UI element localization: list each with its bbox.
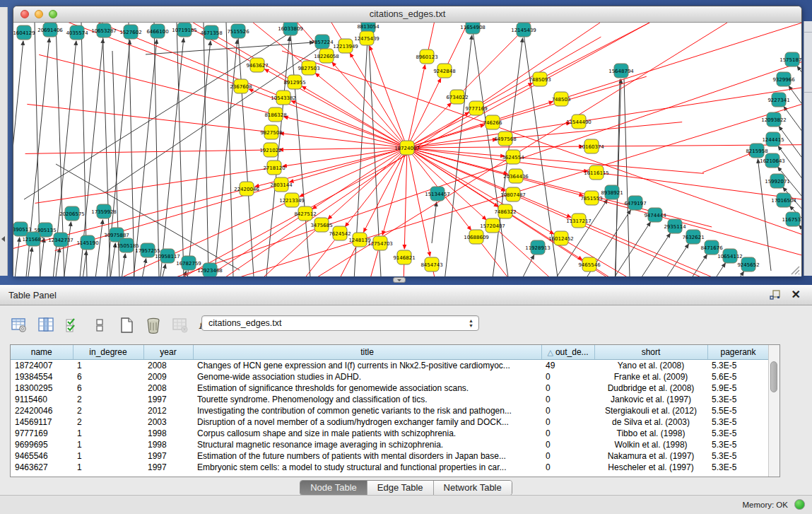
cell-name[interactable]: 9115460 (11, 394, 73, 405)
cell-out_degree[interactable]: 0 (541, 382, 594, 394)
cell-pagerank[interactable]: 5.3E-5 (707, 439, 769, 450)
cell-out_degree[interactable]: 0 (541, 371, 594, 382)
cell-title[interactable]: Corpus callosum shape and size in male p… (193, 428, 541, 439)
select-column-button[interactable] (37, 316, 55, 334)
column-header-out_degree[interactable]: △out_de... (541, 345, 594, 360)
close-panel-icon[interactable]: ✕ (792, 288, 801, 301)
table-scrollbar[interactable] (768, 345, 779, 477)
table-row[interactable]: 1456911722003Disruption of a novel membe… (11, 416, 769, 428)
table-settings-button[interactable] (10, 316, 28, 334)
table-row[interactable]: 2242004622012Investigating the contribut… (11, 405, 769, 416)
table-row[interactable]: 1830029562008Estimation of significance … (11, 382, 769, 394)
new-table-button[interactable] (117, 316, 136, 334)
table-selector-dropdown[interactable]: citations_edges.txt ▲▼ (201, 315, 479, 331)
table-row[interactable]: 1872400712008Changes of HCN gene express… (11, 360, 769, 372)
delete-rows-button[interactable] (144, 316, 163, 334)
cell-title[interactable]: Investigating the contribution of common… (193, 405, 541, 416)
cell-year[interactable]: 1997 (143, 394, 193, 405)
network-window-titlebar[interactable]: citations_edges.txt (13, 6, 801, 23)
table-row[interactable]: 977716911998Corpus callosum shape and si… (11, 428, 769, 439)
cell-in_degree[interactable]: 1 (73, 428, 143, 439)
cell-out_degree[interactable]: 0 (541, 394, 594, 405)
cell-title[interactable]: Genome-wide association studies in ADHD. (193, 371, 541, 382)
cell-name[interactable]: 22420046 (11, 405, 73, 416)
table-scrollbar-thumb[interactable] (770, 361, 777, 392)
cell-in_degree[interactable]: 2 (73, 394, 143, 405)
cell-name[interactable]: 14569117 (11, 416, 73, 428)
cell-pagerank[interactable]: 5.3E-5 (707, 428, 769, 439)
cell-name[interactable]: 9699695 (11, 439, 73, 450)
panel-collapse-handle-icon[interactable] (1, 236, 5, 242)
column-header-pagerank[interactable]: pagerank (707, 345, 769, 360)
column-header-name[interactable]: name (11, 345, 73, 360)
cell-short[interactable]: Dudbridge et al. (2008) (594, 382, 707, 394)
cell-year[interactable]: 2012 (143, 405, 193, 416)
cell-short[interactable]: Jankovic et al. (1997) (594, 394, 707, 405)
cell-in_degree[interactable]: 2 (73, 416, 143, 428)
cell-year[interactable]: 1997 (143, 450, 193, 462)
network-graph-canvas[interactable]: 1604129206914064035574106532871527602646… (13, 23, 801, 276)
cell-year[interactable]: 2008 (143, 382, 193, 394)
cell-pagerank[interactable]: 5.6E-5 (707, 371, 769, 382)
table-row[interactable]: 969969511998Structural magnetic resonanc… (11, 439, 769, 450)
cell-short[interactable]: Yano et al. (2008) (594, 360, 707, 372)
unselect-all-button[interactable] (90, 316, 109, 334)
cell-out_degree[interactable]: 0 (541, 439, 594, 450)
cell-out_degree[interactable]: 0 (541, 405, 594, 416)
cell-title[interactable]: Disruption of a novel member of a sodium… (193, 416, 541, 428)
table-row[interactable]: 1938455462009Genome-wide association stu… (11, 371, 769, 382)
cell-pagerank[interactable]: 5.3E-5 (707, 450, 769, 462)
cell-short[interactable]: Hescheler et al. (1997) (594, 462, 707, 473)
cell-name[interactable]: 9463627 (11, 462, 73, 473)
citation-network-graph[interactable]: 1604129206914064035574106532871527602646… (13, 23, 801, 276)
cell-in_degree[interactable]: 1 (73, 360, 143, 372)
cell-out_degree[interactable]: 0 (541, 428, 594, 439)
cell-out_degree[interactable]: 0 (541, 450, 594, 462)
column-header-in_degree[interactable]: in_degree (73, 345, 143, 360)
table-header-row[interactable]: namein_degreeyeartitle△out_de...shortpag… (11, 345, 769, 360)
cell-year[interactable]: 2003 (143, 416, 193, 428)
cell-title[interactable]: Structural magnetic resonance image aver… (193, 439, 541, 450)
cell-year[interactable]: 1998 (143, 428, 193, 439)
cell-title[interactable]: Estimation of the future numbers of pati… (193, 450, 541, 462)
cell-out_degree[interactable]: 0 (541, 416, 594, 428)
collapsed-left-panel[interactable] (0, 7, 8, 276)
table-panel-header[interactable]: Table Panel ✕ (0, 285, 812, 305)
cell-in_degree[interactable]: 6 (73, 382, 143, 394)
cell-short[interactable]: de Silva et al. (2003) (594, 416, 707, 428)
table-row[interactable]: 946362711997Embryonic stem cells: a mode… (11, 462, 769, 473)
cell-short[interactable]: Stergiakouli et al. (2012) (594, 405, 707, 416)
cell-title[interactable]: Embryonic stem cells: a model to study s… (193, 462, 541, 473)
cell-name[interactable]: 19384554 (11, 371, 73, 382)
float-panel-icon[interactable] (770, 289, 781, 300)
cell-pagerank[interactable]: 5.3E-5 (707, 416, 769, 428)
cell-out_degree[interactable]: 0 (541, 462, 594, 473)
collapsed-right-panel[interactable] (804, 21, 812, 276)
cell-short[interactable]: Tibbo et al. (1998) (594, 428, 707, 439)
cell-short[interactable]: Nakamura et al. (1997) (594, 450, 707, 462)
column-header-year[interactable]: year (143, 345, 193, 360)
cell-year[interactable]: 1997 (143, 462, 193, 473)
cell-year[interactable]: 1998 (143, 439, 193, 450)
node-table-grid[interactable]: namein_degreeyeartitle△out_de...shortpag… (11, 345, 770, 473)
tab-node-table[interactable]: Node Table (300, 481, 367, 495)
cell-year[interactable]: 2009 (143, 371, 193, 382)
cell-in_degree[interactable]: 2 (73, 405, 143, 416)
cell-title[interactable]: Estimation of significance thresholds fo… (193, 382, 541, 394)
cell-in_degree[interactable]: 1 (73, 450, 143, 462)
cell-year[interactable]: 2008 (143, 360, 193, 372)
delete-table-button[interactable] (171, 316, 189, 334)
cell-pagerank[interactable]: 5.3E-5 (707, 462, 769, 473)
cell-in_degree[interactable]: 6 (73, 371, 143, 382)
cell-name[interactable]: 9465546 (11, 450, 73, 462)
cell-pagerank[interactable]: 5.3E-5 (707, 394, 769, 405)
horizontal-splitter-handle[interactable] (393, 277, 406, 283)
cell-in_degree[interactable]: 1 (73, 439, 143, 450)
cell-title[interactable]: Changes of HCN gene expression and I(f) … (193, 360, 541, 372)
tab-network-table[interactable]: Network Table (434, 481, 512, 495)
column-header-short[interactable]: short (594, 345, 707, 360)
cell-name[interactable]: 18724007 (11, 360, 73, 372)
cell-out_degree[interactable]: 49 (541, 360, 594, 372)
table-row[interactable]: 911546021997Tourette syndrome. Phenomeno… (11, 394, 769, 405)
column-header-title[interactable]: title (193, 345, 541, 360)
